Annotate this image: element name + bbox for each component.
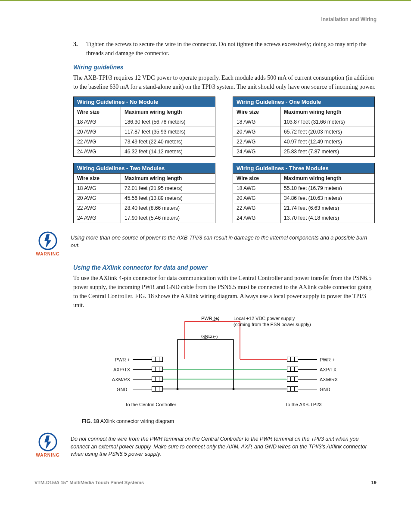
table-row: 18 AWG103.87 feet (31.66 meters) [233,117,375,127]
table-row: 22 AWG28.40 feet (8.66 meters) [74,203,215,213]
table-row: 22 AWG73.49 feet (22.40 meters) [74,137,215,147]
warning-icon [34,231,61,251]
table-row: 22 AWG21.74 feet (6.63 meters) [233,203,375,213]
table-one-module: Wiring Guidelines - One Module Wire size… [233,96,375,157]
label-to-central-controller: To the Central Controller [125,402,176,407]
step-text: Tighten the screws to secure the wire in… [86,40,377,58]
warning-text-1: Using more than one source of power to t… [71,231,377,249]
table-two-modules: Wiring Guidelines - Two Modules Wire siz… [73,163,215,223]
warning-block-1: WARNING Using more than one source of po… [34,231,377,256]
table-row: 24 AWG17.90 feet (5.46 meters) [74,213,215,223]
heading-wiring-guidelines: Wiring guidelines [73,64,377,71]
table-row: 24 AWG25.83 feet (7.87 meters) [233,147,375,157]
figure-caption: FIG. 18 AXlink connector wiring diagram [73,418,377,424]
step-3: 3. Tighten the screws to secure the wire… [73,40,377,58]
table-row: 24 AWG13.70 feet (4.18 meters) [233,213,375,223]
warning-label: WARNING [34,252,61,256]
table-three-modules: Wiring Guidelines - Three Modules Wire s… [233,163,375,223]
table-row: 18 AWG72.01 feet (21.95 meters) [74,184,215,193]
step-number: 3. [73,40,82,58]
wiring-lines [104,316,346,415]
heading-axlink-connector: Using the AXlink connector for data and … [73,264,377,271]
table-row: 22 AWG40.97 feet (12.49 meters) [233,137,375,147]
table-no-module: Wiring Guidelines - No Module Wire sizeM… [73,96,215,157]
warning-text-2: Do not connect the wire from the PWR ter… [71,432,377,458]
warning-label: WARNING [34,453,61,457]
warning-block-2: WARNING Do not connect the wire from the… [34,432,377,458]
header-section-title: Installation and Wiring [34,16,377,22]
figure-18: PWR (+) Local +12 VDC power supply (comi… [73,316,377,424]
para-wiring-guidelines: The AXB-TPI/3 requires 12 VDC power to o… [73,73,377,91]
table-row: 24 AWG46.32 feet (14.12 meters) [74,147,215,157]
table-row: 20 AWG117.87 feet (35.93 meters) [74,127,215,137]
warning-icon [34,432,61,452]
label-to-axb-tpi3: To the AXB-TPI/3 [285,402,321,407]
svg-line-13 [200,336,216,339]
footer-doc-title: VTM-D15/A 15" MultiMedia Touch Panel Sys… [34,480,144,485]
footer-page-number: 19 [371,480,377,485]
table-row: 18 AWG186.30 feet (56.78 meters) [74,117,215,127]
table-row: 20 AWG65.72 feet (20.03 meters) [233,127,375,137]
para-axlink-connector: To use the AXlink 4-pin connector for da… [73,274,377,310]
table-row: 20 AWG45.56 feet (13.89 meters) [74,193,215,203]
table-row: 18 AWG55.10 feet (16.79 meters) [233,184,375,193]
axlink-wiring-diagram: PWR (+) Local +12 VDC power supply (comi… [104,316,346,415]
table-row: 20 AWG34.86 feet (10.63 meters) [233,193,375,203]
